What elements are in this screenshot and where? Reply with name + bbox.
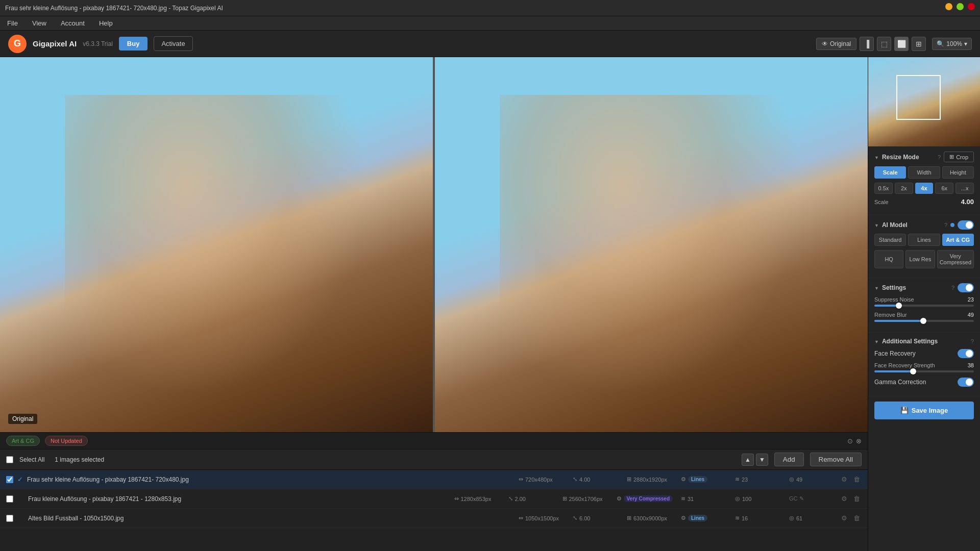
menu-account[interactable]: Account <box>58 18 88 28</box>
status-icon-2[interactable]: ⊗ <box>856 437 862 445</box>
resize-mode-toggle[interactable] <box>874 154 879 161</box>
ai-model-toggle-switch[interactable] <box>958 220 974 230</box>
scale-6x-button[interactable]: 6x <box>935 183 953 194</box>
original-view-button[interactable]: 👁 Original <box>816 38 856 50</box>
select-all-checkbox[interactable] <box>6 456 13 463</box>
crop-button[interactable]: ⊞ Crop <box>944 152 974 162</box>
view-mode-side-by-side[interactable]: ⬜ <box>894 37 909 51</box>
settings-toggle[interactable] <box>874 284 879 291</box>
scale-4x-button[interactable]: 4x <box>915 183 934 194</box>
processed-pane <box>435 57 868 432</box>
file-actions: ⚙ 🗑 <box>839 474 862 485</box>
main-toolbar: G Gigapixel AI v6.3.3 Trial Buy Activate… <box>0 31 980 57</box>
face-recovery-toggle[interactable] <box>958 349 974 358</box>
file-delete-button[interactable]: 🗑 <box>851 474 862 485</box>
suppress-noise-slider[interactable] <box>874 305 974 307</box>
additional-settings-help[interactable]: ? <box>971 338 974 344</box>
scale-meta: ⤡ 2.00 <box>508 495 554 502</box>
scale-2x-button[interactable]: 2x <box>895 183 913 194</box>
scale-more-button[interactable]: ...x <box>955 183 974 194</box>
remove-blur-slider[interactable] <box>874 320 974 322</box>
menu-help[interactable]: Help <box>96 18 116 28</box>
gamma-correction-toggle[interactable] <box>958 378 974 387</box>
status-icon-1[interactable]: ⊙ <box>847 437 853 445</box>
remove-all-button[interactable]: Remove All <box>810 453 862 466</box>
save-image-button[interactable]: 💾 Save Image <box>874 402 974 419</box>
standard-model-button[interactable]: Standard <box>874 234 906 246</box>
sort-buttons: ▲ ▼ <box>742 454 768 466</box>
file-settings-button[interactable]: ⚙ <box>839 474 849 485</box>
resize-mode-header: Resize Mode ? ⊞ Crop <box>874 152 974 162</box>
pane-divider[interactable] <box>433 57 435 432</box>
ai-model-toggle[interactable] <box>874 221 879 229</box>
close-button[interactable] <box>968 3 975 10</box>
width-mode-button[interactable]: Width <box>908 166 940 179</box>
art-cg-model-button[interactable]: Art & CG <box>942 234 974 246</box>
sort-up-button[interactable]: ▲ <box>742 454 754 466</box>
model-meta: ⚙ Lines <box>681 476 727 483</box>
menu-view[interactable]: View <box>29 18 50 28</box>
face-recovery-strength-param: Face Recovery Strength 38 <box>874 362 974 372</box>
view-mode-split-v[interactable]: ⬚ <box>877 37 891 51</box>
zoom-chevron-icon: ▾ <box>964 40 967 47</box>
preview-area: Original Art & CG Not Updated ⊙ ⊗ Select… <box>0 57 868 551</box>
remove-blur-header: Remove Blur 49 <box>874 312 974 318</box>
activate-button[interactable]: Activate <box>154 36 192 51</box>
suppress-noise-value: 23 <box>968 296 974 303</box>
output-icon: ⊞ <box>562 495 567 502</box>
table-row[interactable]: Altes Bild Fussball - 1050x1500.jpg ⇔ 10… <box>0 509 868 528</box>
sort-down-button[interactable]: ▼ <box>756 454 768 466</box>
resize-mode-buttons: Scale Width Height <box>874 166 974 179</box>
output-icon: ⊞ <box>627 476 631 483</box>
model-meta: ⚙ Lines <box>681 515 727 521</box>
file-delete-button[interactable]: 🗑 <box>851 494 862 504</box>
add-button[interactable]: Add <box>774 453 804 466</box>
noise-icon: ≋ <box>735 476 740 483</box>
settings-help[interactable]: ? <box>951 285 954 291</box>
height-mode-button[interactable]: Height <box>942 166 974 179</box>
file-actions: ⚙ 🗑 <box>839 513 862 523</box>
file-delete-button[interactable]: 🗑 <box>851 513 862 523</box>
scale-0.5x-button[interactable]: 0.5x <box>874 183 893 194</box>
settings-toggle-switch[interactable] <box>958 283 974 292</box>
low-res-model-button[interactable]: Low Res <box>905 250 935 268</box>
zoom-control[interactable]: 🔍 100% ▾ <box>932 38 972 50</box>
scale-label: Scale <box>874 199 889 205</box>
file-settings-button[interactable]: ⚙ <box>839 494 849 504</box>
hq-model-button[interactable]: HQ <box>874 250 903 268</box>
ai-model-help[interactable]: ? <box>944 222 947 228</box>
table-row[interactable]: ✓ Frau sehr kleine Auflösung - pixabay 1… <box>0 470 868 489</box>
file-settings-button[interactable]: ⚙ <box>839 513 849 523</box>
view-mode-single[interactable]: ▐ <box>860 37 874 51</box>
menu-file[interactable]: File <box>4 18 21 28</box>
file-checkbox[interactable] <box>6 495 13 503</box>
app-name: Gigapixel AI <box>33 39 77 48</box>
image-container[interactable]: Original <box>0 57 868 432</box>
additional-settings-toggle[interactable] <box>874 338 879 345</box>
remove-blur-value: 49 <box>968 312 974 318</box>
gamma-correction-row: Gamma Correction <box>874 378 974 387</box>
view-mode-overlay[interactable]: ⊞ <box>912 37 926 51</box>
table-row[interactable]: Frau kleine Auflösung - pixabay 1867421 … <box>0 489 868 509</box>
ai-status-bar: Art & CG Not Updated ⊙ ⊗ <box>0 432 868 449</box>
very-compressed-model-button[interactable]: Very Compressed <box>937 250 974 268</box>
resize-mode-title: Resize Mode <box>882 154 935 161</box>
maximize-button[interactable] <box>957 3 964 10</box>
resize-mode-help[interactable]: ? <box>938 154 941 160</box>
remove-blur-param: Remove Blur 49 <box>874 312 974 322</box>
file-checkbox[interactable] <box>6 515 13 522</box>
model-badge: Art & CG <box>6 436 40 446</box>
scale-mode-button[interactable]: Scale <box>874 166 906 179</box>
suppress-noise-header: Suppress Noise 23 <box>874 296 974 303</box>
suppress-noise-param: Suppress Noise 23 <box>874 296 974 307</box>
titlebar: Frau sehr kleine Auflösung - pixabay 186… <box>0 0 980 16</box>
extra-icons: GC ✎ <box>789 495 835 502</box>
file-checkbox[interactable] <box>6 476 13 483</box>
scale-value-row: Scale 4.00 <box>874 198 974 206</box>
lines-model-button[interactable]: Lines <box>908 234 940 246</box>
minimize-button[interactable] <box>945 3 952 10</box>
buy-button[interactable]: Buy <box>119 37 148 51</box>
face-recovery-strength-slider[interactable] <box>874 370 974 372</box>
noise-icon: ≋ <box>681 495 685 502</box>
status-badge: Not Updated <box>45 436 88 446</box>
